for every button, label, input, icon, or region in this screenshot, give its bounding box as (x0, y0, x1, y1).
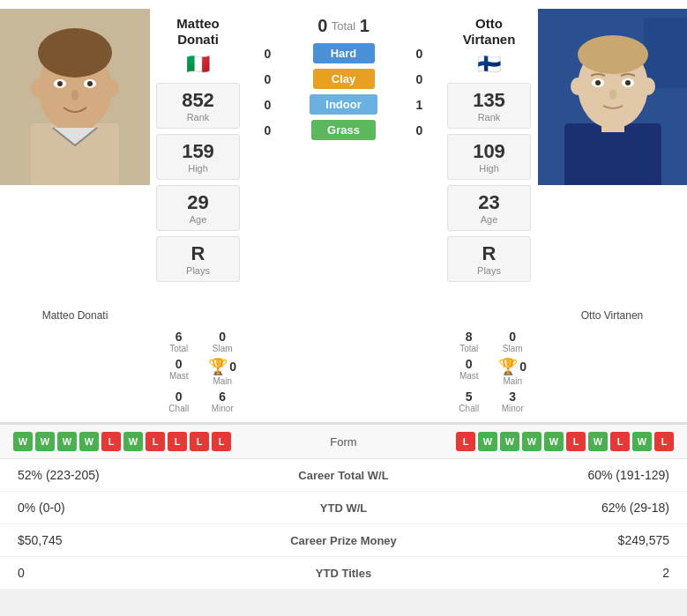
ytd-wl-right: 62% (29-18) (432, 501, 670, 515)
right-form-4: W (522, 432, 541, 451)
right-age-box: 23 Age (447, 185, 531, 231)
right-high-box: 109 High (447, 134, 531, 180)
prize-money-right: $249,575 (432, 533, 670, 547)
svg-point-18 (571, 78, 585, 95)
right-name-below: Otto Virtanen (537, 307, 687, 323)
svg-point-5 (31, 79, 45, 97)
ytd-titles-label: YTD Titles (256, 567, 432, 580)
left-plays-box: R Plays (156, 236, 240, 282)
left-form-7: L (146, 432, 165, 451)
right-form-8: L (610, 432, 630, 451)
surface-rows: 0 Hard 0 0 Clay 0 0 Indoor 1 (250, 43, 437, 145)
total-label: Total (332, 19, 355, 33)
left-age-box: 29 Age (156, 185, 240, 231)
indoor-row: 0 Indoor 1 (250, 94, 437, 115)
indoor-button[interactable]: Indoor (310, 94, 377, 115)
right-form-badges: L W W W W L W L W L (377, 432, 675, 451)
left-main-trophy: 🏆 0 Main (203, 357, 243, 386)
left-form-8: L (168, 432, 187, 451)
left-player-name: MatteoDonati (176, 16, 219, 48)
career-total-row: 52% (223-205) Career Total W/L 60% (191-… (0, 459, 687, 492)
left-player-photo (0, 9, 150, 185)
left-player-flag: 🇮🇹 (186, 53, 210, 76)
left-form-9: L (190, 432, 209, 451)
left-mast-stat: 0 Mast (159, 357, 199, 386)
right-high-value: 109 (452, 140, 526, 163)
svg-point-11 (71, 90, 78, 100)
svg-rect-13 (644, 18, 688, 88)
left-age-label: Age (161, 214, 235, 225)
total-score-left: 0 (314, 16, 332, 36)
left-total-stat: 6 Total (159, 330, 199, 353)
right-age-value: 23 (452, 191, 526, 214)
svg-rect-14 (564, 123, 661, 185)
right-plays-value: R (452, 242, 526, 265)
right-plays-box: R Plays (447, 236, 531, 282)
svg-point-19 (641, 78, 655, 95)
left-rank-label: Rank (161, 112, 235, 122)
svg-point-10 (87, 81, 93, 86)
left-slam-stat: 0 Slam (203, 330, 243, 353)
right-player-flag: 🇫🇮 (477, 53, 501, 76)
career-total-left: 52% (223-205) (18, 468, 256, 482)
hard-button[interactable]: Hard (313, 43, 375, 63)
left-rank-box: 852 Rank (156, 83, 240, 129)
right-chall-stat: 5 Chall (449, 390, 489, 413)
right-player-photo (538, 9, 688, 185)
right-mini-stats: 8 Total 0 Slam 0 Mast 🏆 0 Main (440, 330, 687, 413)
right-high-label: High (452, 163, 526, 174)
ytd-wl-label: YTD W/L (256, 501, 432, 515)
left-form-6: W (123, 432, 143, 451)
ytd-titles-row: 0 YTD Titles 2 (0, 557, 687, 590)
ytd-wl-left: 0% (0-0) (18, 501, 256, 515)
total-score-right: 1 (355, 16, 373, 36)
left-high-value: 159 (161, 140, 235, 163)
left-name-below: Matteo Donati (0, 307, 150, 323)
right-form-9: W (632, 432, 652, 451)
left-plays-label: Plays (161, 265, 235, 276)
right-player-card: OttoVirtanen 🇫🇮 135 Rank 109 High 23 Age… (441, 9, 538, 294)
right-main-trophy: 🏆 0 Main (493, 357, 534, 386)
right-form-2: W (478, 432, 497, 451)
right-rank-label: Rank (452, 112, 526, 122)
right-form-1: L (456, 432, 475, 451)
right-mast-stat: 0 Mast (449, 357, 489, 386)
top-section: MatteoDonati 🇮🇹 852 Rank 159 High 29 Age… (0, 0, 687, 303)
left-form-1: W (13, 432, 33, 451)
left-form-3: W (57, 432, 77, 451)
svg-point-22 (595, 80, 601, 85)
ytd-wl-row: 0% (0-0) YTD W/L 62% (29-18) (0, 492, 687, 524)
svg-point-23 (625, 80, 631, 85)
left-form-5: L (101, 432, 121, 451)
left-form-badges: W W W W L W L L L L (13, 432, 310, 451)
prize-money-row: $50,745 Career Prize Money $249,575 (0, 524, 687, 557)
svg-point-6 (105, 79, 119, 97)
left-plays-value: R (161, 242, 235, 265)
svg-point-4 (38, 28, 112, 78)
total-row: 0 Total 1 (305, 16, 382, 36)
left-trophy-icon: 🏆 (208, 357, 228, 376)
form-label: Form (317, 435, 370, 449)
left-age-value: 29 (161, 191, 235, 214)
left-minor-stat: 6 Minor (203, 390, 243, 413)
left-chall-stat: 0 Chall (159, 390, 199, 413)
left-form-10: L (212, 432, 231, 451)
career-stats-section: 52% (223-205) Career Total W/L 60% (191-… (0, 459, 687, 590)
right-form-10: L (654, 432, 674, 451)
career-total-label: Career Total W/L (256, 469, 432, 482)
prize-money-left: $50,745 (18, 533, 256, 547)
right-age-label: Age (452, 214, 526, 225)
right-minor-stat: 3 Minor (493, 390, 534, 413)
right-trophy-icon: 🏆 (498, 357, 518, 376)
left-rank-value: 852 (161, 89, 235, 112)
left-high-label: High (161, 163, 235, 174)
right-form-5: W (544, 432, 564, 451)
main-container: MatteoDonati 🇮🇹 852 Rank 159 High 29 Age… (0, 0, 687, 590)
hard-score-left: 0 (259, 47, 277, 61)
right-form-7: W (588, 432, 608, 451)
clay-button[interactable]: Clay (313, 69, 375, 89)
svg-point-9 (57, 81, 63, 86)
right-player-name: OttoVirtanen (463, 16, 516, 48)
form-section: W W W W L W L L L L Form L W W W W L W L… (0, 424, 687, 459)
grass-button[interactable]: Grass (311, 120, 376, 140)
